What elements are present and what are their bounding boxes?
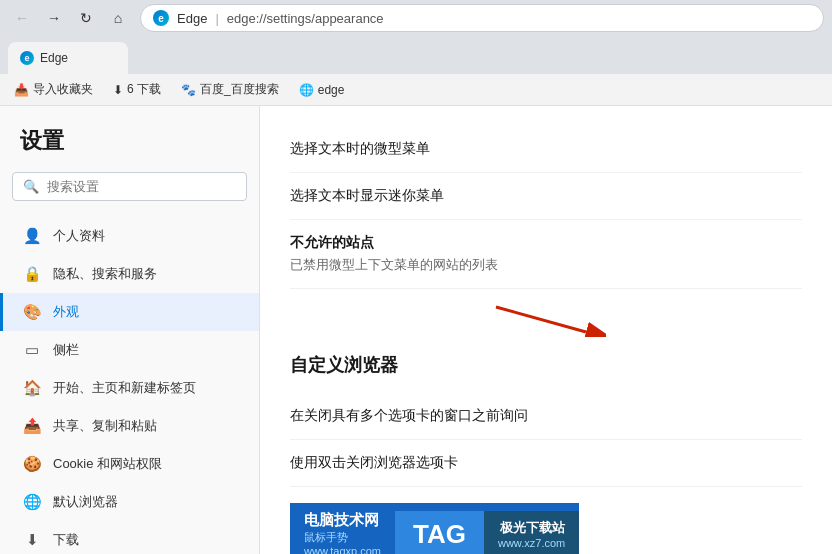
sidebar-item-privacy[interactable]: 🔒 隐私、搜索和服务 xyxy=(0,255,259,293)
nav-buttons: ← → ↻ ⌂ xyxy=(8,4,132,32)
sidebar-item-share[interactable]: 📤 共享、复制和粘贴 xyxy=(0,407,259,445)
cookies-icon: 🍪 xyxy=(23,455,41,473)
close-confirm-label: 在关闭具有多个选项卡的窗口之前询问 xyxy=(290,407,528,423)
bookmark-edge[interactable]: 🌐 edge xyxy=(293,81,351,99)
watermark-site-name: 电脑技术网 xyxy=(304,511,381,530)
sidebar-item-sidebar[interactable]: ▭ 侧栏 xyxy=(0,331,259,369)
address-separator: | xyxy=(215,11,218,26)
sidebar-icon: ▭ xyxy=(23,341,41,359)
sidebar-item-appearance[interactable]: 🎨 外观 xyxy=(0,293,259,331)
disallowed-title: 不允许的站点 xyxy=(290,234,802,252)
main-content: 选择文本时的微型菜单 选择文本时显示迷你菜单 不允许的站点 已禁用微型上下文菜单… xyxy=(260,106,832,554)
sidebar-sidebar-label: 侧栏 xyxy=(53,341,79,359)
sidebar-default-label: 默认浏览器 xyxy=(53,493,118,511)
tab-label: Edge xyxy=(40,51,68,65)
bookmark-edge-label: edge xyxy=(318,83,345,97)
watermark-tag: TAG xyxy=(395,511,484,555)
bookmarks-bar: 📥 导入收藏夹 ⬇ 6 下载 🐾 百度_百度搜索 🌐 edge xyxy=(0,74,832,106)
settings-page: 设置 🔍 👤 个人资料 🔒 隐私、搜索和服务 🎨 外观 ▭ 侧栏 🏠 开始、主页… xyxy=(0,106,832,554)
mini-bar-item[interactable]: 选择文本时显示迷你菜单 xyxy=(290,173,802,220)
red-arrow-icon xyxy=(486,297,606,337)
disallowed-item[interactable]: 不允许的站点 已禁用微型上下文菜单的网站的列表 xyxy=(290,220,802,289)
downloads-icon: ⬇ xyxy=(23,531,41,549)
sidebar-privacy-label: 隐私、搜索和服务 xyxy=(53,265,157,283)
title-bar: ← → ↻ ⌂ e Edge | edge://settings/appeara… xyxy=(0,0,832,36)
sidebar-item-default-browser[interactable]: 🌐 默认浏览器 xyxy=(0,483,259,521)
sidebar-appearance-label: 外观 xyxy=(53,303,79,321)
settings-title: 设置 xyxy=(0,126,259,172)
bookmark-baidu-label: 百度_百度搜索 xyxy=(200,81,279,98)
sidebar-start-label: 开始、主页和新建标签页 xyxy=(53,379,196,397)
bookmark-baidu[interactable]: 🐾 百度_百度搜索 xyxy=(175,79,285,100)
watermark-right-url: www.xz7.com xyxy=(498,537,565,549)
bookmark-import-label: 导入收藏夹 xyxy=(33,81,93,98)
forward-button[interactable]: → xyxy=(40,4,68,32)
profile-icon: 👤 xyxy=(23,227,41,245)
home-button[interactable]: ⌂ xyxy=(104,4,132,32)
customize-browser-title: 自定义浏览器 xyxy=(290,353,802,377)
sidebar-item-downloads[interactable]: ⬇ 下载 xyxy=(0,521,259,554)
bookmark-download[interactable]: ⬇ 6 下载 xyxy=(107,79,167,100)
back-button[interactable]: ← xyxy=(8,4,36,32)
sidebar-downloads-label: 下载 xyxy=(53,531,79,549)
watermark-bar: 电脑技术网 鼠标手势 www.tagxp.com TAG 极光下载站 www.x… xyxy=(290,503,802,554)
sidebar-item-start[interactable]: 🏠 开始、主页和新建标签页 xyxy=(0,369,259,407)
mini-bar-label: 选择文本时显示迷你菜单 xyxy=(290,187,444,203)
sidebar-cookies-label: Cookie 和网站权限 xyxy=(53,455,162,473)
search-box[interactable]: 🔍 xyxy=(12,172,247,201)
watermark-site: 电脑技术网 鼠标手势 www.tagxp.com xyxy=(290,503,395,554)
download-icon: ⬇ xyxy=(113,83,123,97)
arrow-decoration xyxy=(290,297,802,337)
address-bar[interactable]: e Edge | edge://settings/appearance xyxy=(140,4,824,32)
settings-sidebar: 设置 🔍 👤 个人资料 🔒 隐私、搜索和服务 🎨 外观 ▭ 侧栏 🏠 开始、主页… xyxy=(0,106,260,554)
mini-menu-item[interactable]: 选择文本时的微型菜单 xyxy=(290,126,802,173)
bookmark-import[interactable]: 📥 导入收藏夹 xyxy=(8,79,99,100)
close-confirm-item[interactable]: 在关闭具有多个选项卡的窗口之前询问 xyxy=(290,393,802,440)
mini-menu-label: 选择文本时的微型菜单 xyxy=(290,140,430,156)
double-click-label: 使用双击关闭浏览器选项卡 xyxy=(290,454,458,470)
tab-icon: e xyxy=(20,51,34,65)
watermark-url: www.tagxp.com xyxy=(304,545,381,554)
edge-bookmark-icon: 🌐 xyxy=(299,83,314,97)
refresh-button[interactable]: ↻ xyxy=(72,4,100,32)
tab-bar: e Edge xyxy=(0,36,832,74)
appearance-icon: 🎨 xyxy=(23,303,41,321)
disallowed-sub: 已禁用微型上下文菜单的网站的列表 xyxy=(290,256,802,274)
sidebar-share-label: 共享、复制和粘贴 xyxy=(53,417,157,435)
baidu-icon: 🐾 xyxy=(181,83,196,97)
browser-chrome: ← → ↻ ⌂ e Edge | edge://settings/appeara… xyxy=(0,0,832,74)
sidebar-item-cookies[interactable]: 🍪 Cookie 和网站权限 xyxy=(0,445,259,483)
search-input[interactable] xyxy=(47,179,236,194)
bookmark-download-label: 6 下载 xyxy=(127,81,161,98)
watermark-sub: 鼠标手势 xyxy=(304,530,381,545)
edge-logo-icon: e xyxy=(153,10,169,26)
watermark-right-brand: 极光下载站 xyxy=(498,519,565,537)
address-tab-label: Edge xyxy=(177,11,207,26)
double-click-item[interactable]: 使用双击关闭浏览器选项卡 xyxy=(290,440,802,487)
address-url: edge://settings/appearance xyxy=(227,11,384,26)
sidebar-profile-label: 个人资料 xyxy=(53,227,105,245)
search-icon: 🔍 xyxy=(23,179,39,194)
start-icon: 🏠 xyxy=(23,379,41,397)
default-browser-icon: 🌐 xyxy=(23,493,41,511)
privacy-icon: 🔒 xyxy=(23,265,41,283)
share-icon: 📤 xyxy=(23,417,41,435)
active-tab[interactable]: e Edge xyxy=(8,42,128,74)
import-icon: 📥 xyxy=(14,83,29,97)
sidebar-item-profile[interactable]: 👤 个人资料 xyxy=(0,217,259,255)
watermark-right: 极光下载站 www.xz7.com xyxy=(484,511,579,554)
svg-line-1 xyxy=(496,307,586,332)
